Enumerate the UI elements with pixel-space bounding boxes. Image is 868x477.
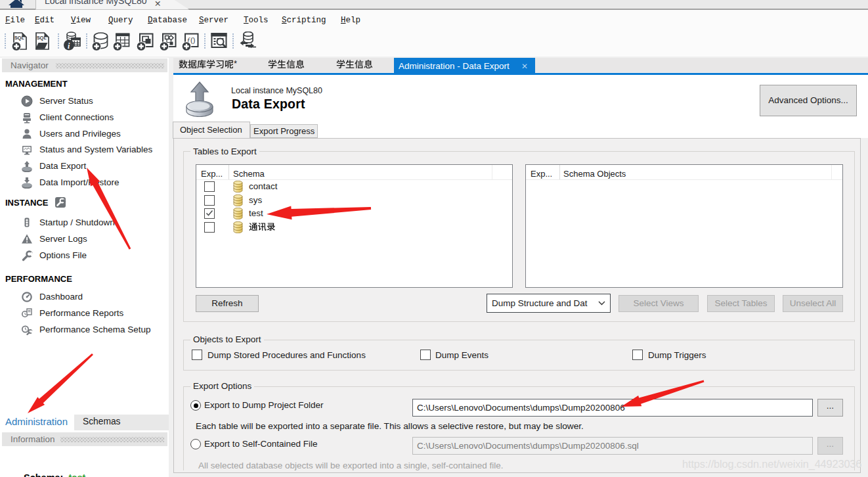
svg-text:SQL: SQL [37, 35, 47, 41]
svg-text:(): () [190, 36, 195, 44]
svg-text:SQL: SQL [14, 35, 24, 41]
